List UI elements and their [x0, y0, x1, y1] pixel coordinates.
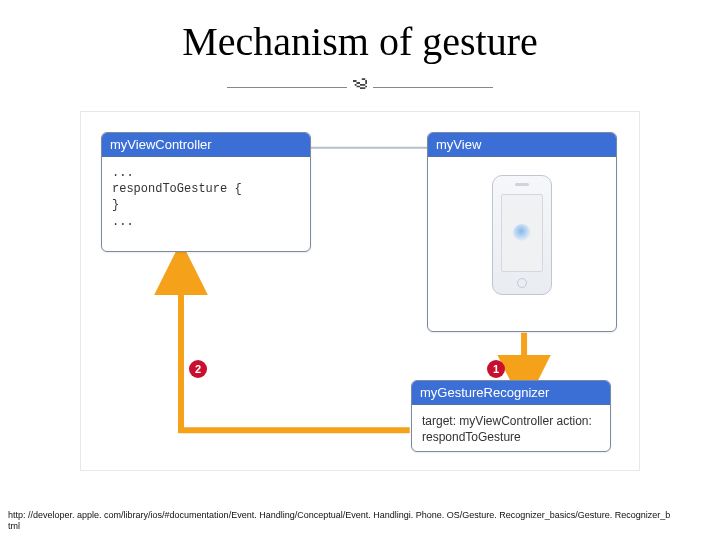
touch-dot-icon — [513, 224, 531, 242]
footer-url-line2: tml — [8, 521, 20, 531]
box-gesture-recognizer-detail: target: myViewController action: respond… — [412, 405, 610, 452]
flourish-icon: ༄ — [353, 73, 367, 101]
box-view-controller-header: myViewController — [102, 133, 310, 157]
phone-icon — [492, 175, 552, 295]
footer-source-url: http: //developer. apple. com/library/io… — [8, 510, 712, 533]
phone-home-button-icon — [517, 278, 527, 288]
divider-line-left — [227, 87, 347, 88]
box-gesture-recognizer-header: myGestureRecognizer — [412, 381, 610, 405]
divider-line-right — [373, 87, 493, 88]
title-divider: ༄ — [0, 73, 720, 101]
phone-speaker — [515, 183, 529, 186]
box-view-header: myView — [428, 133, 616, 157]
slide-title: Mechanism of gesture — [0, 18, 720, 65]
badge-two: 2 — [189, 360, 207, 378]
box-view-controller: myViewController ... respondToGesture { … — [101, 132, 311, 252]
footer-url-line1: http: //developer. apple. com/library/io… — [8, 510, 670, 520]
diagram: myViewController ... respondToGesture { … — [80, 111, 640, 471]
phone-screen — [501, 194, 543, 272]
box-view: myView — [427, 132, 617, 332]
box-view-controller-code: ... respondToGesture { } ... — [102, 157, 310, 238]
box-gesture-recognizer: myGestureRecognizer target: myViewContro… — [411, 380, 611, 452]
badge-one: 1 — [487, 360, 505, 378]
